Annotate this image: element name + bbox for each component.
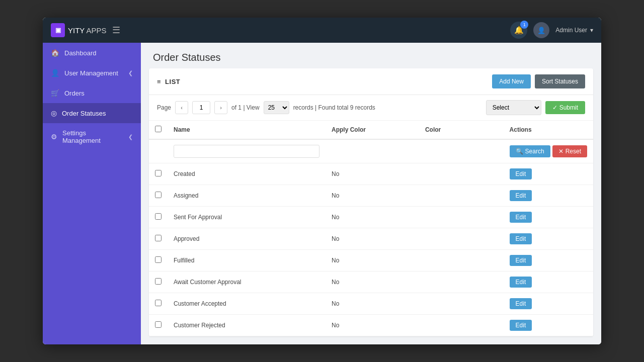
- row-checkbox[interactable]: [155, 235, 162, 241]
- row-apply-color: No: [326, 272, 419, 293]
- cart-icon: 🛒: [51, 89, 59, 97]
- table-row: Sent For Approval No Edit: [149, 207, 593, 228]
- sidebar-item-orders[interactable]: 🛒 Orders: [43, 83, 141, 103]
- gear-icon: ⚙: [51, 133, 57, 141]
- th-actions: Actions: [504, 121, 593, 139]
- sidebar-item-user-management[interactable]: 👤 User Management ❮: [43, 63, 141, 83]
- row-checkbox-cell: [149, 293, 168, 315]
- card-header-right: Add New Sort Statuses: [492, 74, 585, 88]
- table-row: Created No Edit: [149, 163, 593, 185]
- row-apply-color: No: [326, 163, 419, 185]
- table-row: Customer Accepted No Edit: [149, 293, 593, 315]
- view-select[interactable]: 25 50 100: [264, 101, 289, 114]
- th-apply-color: Apply Color: [326, 121, 419, 139]
- row-checkbox-cell: [149, 250, 168, 272]
- table-row: Await Customer Approval No Edit: [149, 272, 593, 293]
- notification-button[interactable]: 🔔 1: [510, 22, 527, 39]
- row-apply-color: No: [326, 185, 419, 207]
- page-header: Order Statuses: [141, 43, 601, 68]
- notification-badge: 1: [520, 21, 528, 29]
- sidebar-item-settings-management[interactable]: ⚙ Settings Management ❮: [43, 123, 141, 150]
- row-checkbox[interactable]: [155, 321, 162, 328]
- row-color: [419, 250, 504, 272]
- data-table: Name Apply Color Color Actions: [149, 121, 593, 336]
- filter-action-buttons: 🔍 Search ✕ Reset: [510, 145, 587, 157]
- hamburger-menu[interactable]: ☰: [112, 25, 120, 36]
- row-name: Created: [168, 163, 326, 185]
- sidebar-item-dashboard[interactable]: 🏠 Dashboard: [43, 43, 141, 63]
- reset-button[interactable]: ✕ Reset: [552, 145, 587, 157]
- filter-row: 🔍 Search ✕ Reset: [149, 139, 593, 163]
- edit-button[interactable]: Edit: [510, 320, 532, 331]
- sidebar-label-settings: Settings Management: [62, 129, 123, 144]
- row-color: [419, 293, 504, 315]
- sidebar-label-order-statuses: Order Statuses: [62, 110, 106, 117]
- check-icon: ✓: [552, 104, 557, 111]
- page-number-input[interactable]: [192, 101, 210, 114]
- table-row: Fulfilled No Edit: [149, 250, 593, 272]
- name-filter-input[interactable]: [174, 145, 319, 158]
- page-title: Order Statuses: [153, 52, 589, 63]
- row-color: [419, 185, 504, 207]
- row-checkbox[interactable]: [155, 278, 162, 285]
- chevron-right-icon-settings: ❮: [128, 134, 133, 140]
- row-apply-color: No: [326, 293, 419, 315]
- prev-page-button[interactable]: ‹: [175, 101, 188, 114]
- search-icon: 🔍: [516, 148, 523, 155]
- user-icon: 👤: [51, 69, 59, 77]
- user-avatar: 👤: [533, 22, 549, 38]
- card-header-left: ≡ LIST: [157, 78, 180, 85]
- row-apply-color: No: [326, 228, 419, 250]
- sidebar: 🏠 Dashboard 👤 User Management ❮ 🛒 Orders…: [43, 43, 141, 344]
- row-name: Sent For Approval: [168, 207, 326, 228]
- logo: ▣ YITY APPS: [51, 23, 106, 37]
- times-icon: ✕: [558, 148, 564, 155]
- table-row: Customer Rejected No Edit: [149, 315, 593, 336]
- home-icon: 🏠: [51, 49, 59, 57]
- list-icon: ≡: [157, 78, 161, 85]
- row-actions: Edit: [504, 250, 593, 272]
- user-dropdown[interactable]: Admin User ▾: [555, 27, 593, 34]
- row-name: Await Customer Approval: [168, 272, 326, 293]
- row-actions: Edit: [504, 272, 593, 293]
- th-name: Name: [168, 121, 326, 139]
- row-color: [419, 315, 504, 336]
- row-name: Fulfilled: [168, 250, 326, 272]
- pagination-right: Select ✓ Submit: [486, 100, 585, 115]
- pagination-row: Page ‹ › of 1 | View 25 50 100 records |…: [149, 95, 593, 121]
- edit-button[interactable]: Edit: [510, 255, 532, 266]
- sidebar-item-order-statuses[interactable]: ◎ Order Statuses: [43, 103, 141, 123]
- edit-button[interactable]: Edit: [510, 212, 532, 223]
- next-page-button[interactable]: ›: [214, 101, 227, 114]
- edit-button[interactable]: Edit: [510, 168, 532, 179]
- row-checkbox-cell: [149, 163, 168, 185]
- row-checkbox[interactable]: [155, 300, 162, 306]
- filter-name-cell: [168, 139, 326, 163]
- edit-button[interactable]: Edit: [510, 190, 532, 201]
- edit-button[interactable]: Edit: [510, 277, 532, 288]
- row-checkbox-cell: [149, 207, 168, 228]
- row-checkbox[interactable]: [155, 192, 162, 198]
- chevron-right-icon: ❮: [128, 70, 133, 76]
- row-checkbox[interactable]: [155, 170, 162, 176]
- row-color: [419, 272, 504, 293]
- card-header: ≡ LIST Add New Sort Statuses: [149, 68, 593, 95]
- row-actions: Edit: [504, 315, 593, 336]
- edit-button[interactable]: Edit: [510, 233, 532, 244]
- select-all-checkbox[interactable]: [155, 126, 162, 132]
- row-checkbox[interactable]: [155, 213, 162, 220]
- submit-button[interactable]: ✓ Submit: [545, 101, 585, 114]
- add-new-button[interactable]: Add New: [492, 74, 531, 88]
- search-button[interactable]: 🔍 Search: [510, 145, 550, 157]
- sort-statuses-button[interactable]: Sort Statuses: [535, 74, 585, 88]
- th-color: Color: [419, 121, 504, 139]
- row-name: Approved: [168, 228, 326, 250]
- row-actions: Edit: [504, 185, 593, 207]
- row-checkbox[interactable]: [155, 256, 162, 263]
- nav-right: 🔔 1 👤 Admin User ▾: [510, 22, 593, 39]
- row-name: Assigned: [168, 185, 326, 207]
- logo-text: YITY APPS: [68, 26, 106, 35]
- edit-button[interactable]: Edit: [510, 298, 532, 309]
- bulk-action-select[interactable]: Select: [486, 100, 541, 115]
- top-nav: ▣ YITY APPS ☰ 🔔 1 👤 Admin User ▾: [43, 18, 601, 43]
